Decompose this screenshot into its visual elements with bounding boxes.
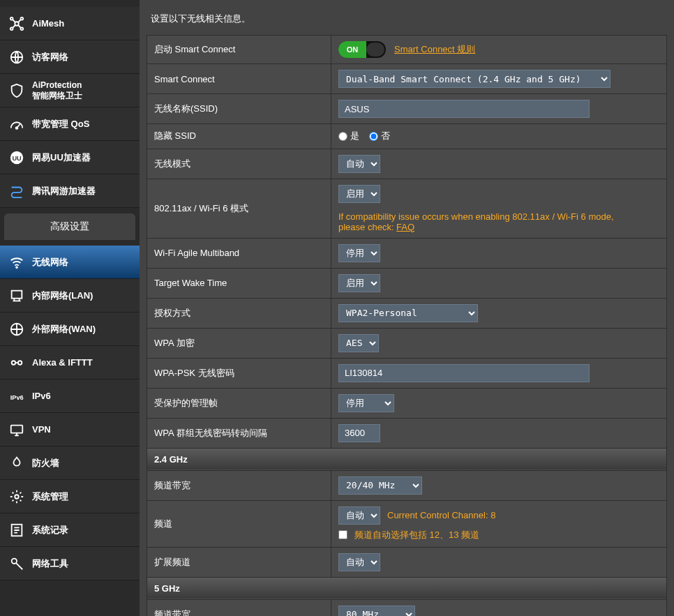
row-psk-label: WPA-PSK 无线密码 <box>147 358 331 388</box>
svg-point-6 <box>16 127 18 129</box>
svg-point-18 <box>12 558 17 563</box>
ax-faq-link[interactable]: FAQ <box>396 222 414 232</box>
sidebar-item-label: 防火墙 <box>32 457 59 469</box>
sidebar-item-alexa-ifttt[interactable]: Alexa & IFTTT <box>0 346 140 380</box>
row-gtk-label: WPA 群组无线密码转动间隔 <box>147 418 331 448</box>
bw5-select[interactable]: 80 MHz <box>338 606 415 617</box>
sidebar-item-uu-booster[interactable]: UU网易UU加速器 <box>0 141 140 174</box>
svg-point-13 <box>18 361 22 365</box>
sidebar-item-wireless[interactable]: 无线网络 <box>0 246 140 279</box>
sidebar-item-system-log[interactable]: 系统记录 <box>0 513 140 547</box>
ipv6-icon: IPv6 <box>8 388 25 405</box>
row-hide-ssid-label: 隐藏 SSID <box>147 124 331 149</box>
sidebar-item-lan[interactable]: 内部网络(LAN) <box>0 279 140 313</box>
wpaenc-select[interactable]: AES <box>338 334 379 352</box>
auth-select[interactable]: WPA2-Personal <box>338 304 478 322</box>
row-auth-label: 授权方式 <box>147 298 331 328</box>
hide-ssid-yes[interactable]: 是 <box>338 130 359 142</box>
svg-text:IPv6: IPv6 <box>10 393 24 400</box>
ext24-select[interactable]: 自动 <box>338 553 380 571</box>
sidebar-item-firewall[interactable]: 防火墙 <box>0 446 140 480</box>
administration-icon <box>8 488 25 505</box>
qos-icon <box>8 116 25 133</box>
sidebar-item-label: 系统记录 <box>32 524 68 536</box>
row-ax-label: 802.11ax / Wi-Fi 6 模式 <box>147 179 331 238</box>
current-channel-24: Current Control Channel: 8 <box>387 510 495 520</box>
pmf-select[interactable]: 停用 <box>338 394 394 412</box>
ax-note: If compatibility issue occurs when enabl… <box>338 211 638 232</box>
svg-point-1 <box>10 17 13 20</box>
ssid-input[interactable] <box>338 100 590 118</box>
smart-connect-toggle[interactable]: ON <box>338 41 386 58</box>
aiprotection-icon <box>8 82 25 99</box>
sidebar-item-administration[interactable]: 系统管理 <box>0 480 140 513</box>
wlmode-select[interactable]: 自动 <box>338 155 380 173</box>
alexa-ifttt-icon <box>8 354 25 371</box>
svg-point-12 <box>12 361 16 365</box>
smart-connect-rule-link[interactable]: Smart Connect 规则 <box>394 43 475 56</box>
sidebar-item-label: AiProtection智能网络卫士 <box>32 80 82 100</box>
ch24-auto-include[interactable]: 频道自动选择包括 12、13 频道 <box>338 529 659 541</box>
smart-connect-select[interactable]: Dual-Band Smart Connect (2.4 GHz and 5 G… <box>338 70 611 88</box>
ch24-select[interactable]: 自动 <box>338 506 380 525</box>
svg-point-4 <box>21 27 24 30</box>
bw24-select[interactable]: 20/40 MHz <box>338 476 422 495</box>
sidebar-item-label: IPv6 <box>32 391 51 401</box>
toggle-knob-icon <box>366 43 384 57</box>
svg-rect-15 <box>11 425 23 433</box>
sidebar-item-tencent-booster[interactable]: 腾讯网游加速器 <box>0 174 140 208</box>
sidebar-item-label: 腾讯网游加速器 <box>32 185 96 197</box>
svg-point-16 <box>15 495 19 499</box>
sidebar-item-label: AiMesh <box>32 18 64 29</box>
sidebar-item-label: 外部网络(WAN) <box>32 323 96 336</box>
sidebar-item-label: 无线网络 <box>32 256 68 269</box>
gtk-input[interactable] <box>338 424 380 442</box>
guest-network-icon <box>8 49 25 66</box>
network-tools-icon <box>8 555 25 572</box>
row-smart-connect-label: Smart Connect <box>147 64 331 94</box>
row-agile-label: Wi-Fi Agile Multiband <box>147 238 331 268</box>
sidebar-item-guest-network[interactable]: 访客网络 <box>0 40 140 74</box>
wireless-settings-table: 启动 Smart Connect ON Smart Connect 规则 Sma… <box>147 35 667 616</box>
row-smart-connect-enable-label: 启动 Smart Connect <box>147 36 331 64</box>
row-twt-label: Target Wake Time <box>147 268 331 298</box>
system-log-icon <box>8 522 25 539</box>
hide-ssid-no[interactable]: 否 <box>369 130 390 142</box>
row-ssid-label: 无线名称(SSID) <box>147 94 331 124</box>
row-wlmode-label: 无线模式 <box>147 149 331 179</box>
row-wpaenc-label: WPA 加密 <box>147 328 331 358</box>
lan-icon <box>8 287 25 304</box>
toggle-on-label: ON <box>338 41 366 58</box>
sidebar-item-label: VPN <box>32 424 51 435</box>
sidebar-item-label: 带宽管理 QoS <box>32 118 89 130</box>
sidebar-item-label: 网易UU加速器 <box>32 151 91 164</box>
main-panel: 设置以下无线相关信息。 启动 Smart Connect ON Smart Co… <box>140 0 674 616</box>
wireless-icon <box>8 254 25 271</box>
twt-select[interactable]: 启用 <box>338 274 380 292</box>
sidebar-item-label: Alexa & IFTTT <box>32 357 93 368</box>
sidebar-item-wan[interactable]: 外部网络(WAN) <box>0 313 140 346</box>
sidebar-item-vpn[interactable]: VPN <box>0 413 140 446</box>
agile-select[interactable]: 停用 <box>338 244 380 262</box>
sidebar: AiMesh访客网络AiProtection智能网络卫士带宽管理 QoSUU网易… <box>0 0 140 616</box>
svg-rect-10 <box>12 290 22 298</box>
sidebar-item-ipv6[interactable]: IPv6IPv6 <box>0 380 140 413</box>
ax-select[interactable]: 启用 <box>338 185 380 203</box>
sidebar-item-aimesh[interactable]: AiMesh <box>0 7 140 40</box>
sidebar-item-network-tools[interactable]: 网络工具 <box>0 547 140 580</box>
section-5ghz: 5 GHz <box>147 577 667 599</box>
sidebar-item-aiprotection[interactable]: AiProtection智能网络卫士 <box>0 74 140 107</box>
sidebar-item-label: 系统管理 <box>32 490 68 503</box>
sidebar-item-label: 访客网络 <box>32 51 68 63</box>
sidebar-item-label: 内部网络(LAN) <box>32 290 93 302</box>
row-24ch-label: 频道 <box>147 500 331 547</box>
sidebar-section-advanced: 高级设置 <box>4 213 135 240</box>
svg-point-2 <box>21 17 24 20</box>
row-5bw-label: 频道带宽 <box>147 599 331 616</box>
row-pmf-label: 受保护的管理帧 <box>147 388 331 418</box>
page-description: 设置以下无线相关信息。 <box>147 6 667 35</box>
svg-point-3 <box>10 27 13 30</box>
aimesh-icon <box>8 15 25 32</box>
sidebar-item-qos[interactable]: 带宽管理 QoS <box>0 107 140 141</box>
psk-input[interactable] <box>338 364 590 382</box>
